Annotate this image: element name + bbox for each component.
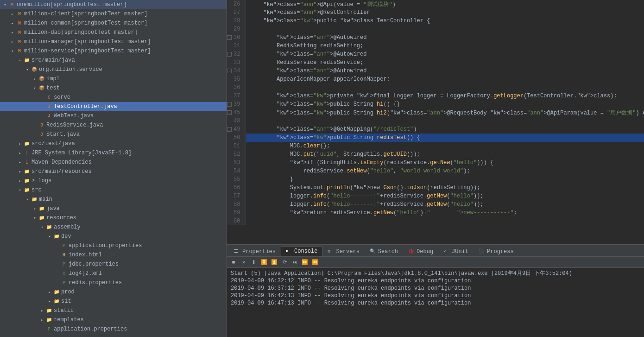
tree-item-resources[interactable]: ▾📁resources [0,213,227,223]
line-number-53: 53 [227,159,246,167]
line-content-27: "kw">class="ann">@RestController [246,8,644,17]
tree-label-src-main-java: src/main/java [32,57,75,64]
bottom-tab-debug[interactable]: 🐞Debug [403,246,438,256]
tree-item-million-client[interactable]: ▸Mmillion-client [springbootTest master] [0,9,227,19]
tree-item-main[interactable]: ▾📁main [0,195,227,204]
file-icon-TestController.java: J [45,103,53,110]
expand-icon-onemillion: ▾ [2,1,8,8]
tree-item-java[interactable]: ▸📁java [0,204,227,213]
line-number-58: 58 [227,200,246,209]
tree-label-test: test [46,85,60,91]
bottom-tab-junit[interactable]: ✓JUnit [438,246,474,256]
expand-icon-impl: ▸ [32,76,38,82]
toolbar-btn-4[interactable]: ⏫ [270,258,279,267]
tree-item-index.html[interactable]: Hindex.html [0,250,227,260]
toolbar-btn-5[interactable]: ⟳ [280,258,289,267]
line-number-55: 55 [227,175,246,184]
file-icon-jdbc.properties: P [60,261,68,268]
code-line-53: 53 "kw">if (StringUtils.isEmpty(redisSer… [227,159,644,167]
tree-item-application.properties2[interactable]: Papplication.properties [0,324,227,334]
code-editor[interactable]: 26 "kw">class="ann">@Api(value = "测试模块")… [227,0,644,244]
tree-item-test[interactable]: ▾📦test [0,83,227,93]
tree-item-onemillion[interactable]: ▾Monemillion [springbootTest master] [0,0,227,9]
file-icon-prod: 📁 [53,288,60,296]
file-icon-logs: 📁 [23,177,31,184]
line-content-49: "kw">class="ann">@GetMapping("/redisTest… [246,125,644,134]
fold-indicator-30[interactable]: - [227,35,232,40]
tree-item-RedisService.java[interactable]: JRedisService.java [0,121,227,130]
expand-icon-logs: ▸ [17,178,23,184]
tab-label-progress: Progress [487,248,514,255]
tree-item-dev[interactable]: ▾📁dev [0,232,227,241]
code-line-50: 50 "kw">class="kw">public String redisTe… [227,134,644,142]
toolbar-btn-6[interactable]: ⏭ [290,258,299,267]
expand-icon-Start.java [32,131,38,138]
tree-item-logs[interactable]: ▸📁> logs [0,176,227,185]
line-content-53: "kw">if (StringUtils.isEmpty(redisServic… [246,159,644,167]
bottom-tab-console[interactable]: ▶Console [281,246,322,256]
toolbar-btn-2[interactable]: ⏸ [249,258,259,267]
line-number-28: 28 [227,17,246,25]
toolbar-btn-1[interactable]: ✕ [239,258,248,267]
tree-item-million-manager[interactable]: ▸Mmillion-manager [springbootTest master… [0,37,227,46]
bottom-tab-properties[interactable]: ☰Properties [229,246,281,256]
tree-item-src-test-java[interactable]: ▸📁src/test/java [0,139,227,148]
tree-item-million-dao[interactable]: ▸Mmillion-dao [springbootTest master] [0,28,227,37]
line-content-32: "kw">class="ann">@Autowired [246,50,644,58]
bottom-tab-servers[interactable]: ⚙Servers [322,246,364,256]
tree-item-redis.properties[interactable]: Predis.properties [0,278,227,287]
tree-item-templates[interactable]: ▸📁templates [0,315,227,324]
code-line-26: 26 "kw">class="ann">@Api(value = "测试模块") [227,0,644,8]
toolbar-btn-0[interactable]: ■ [229,258,238,267]
tree-item-sit[interactable]: ▸📁sit [0,297,227,306]
fold-indicator-49[interactable]: - [227,127,232,132]
tree-item-src[interactable]: ▾📁src [0,185,227,195]
tree-label-million-dao: million-dao [24,29,61,36]
toolbar-btn-8[interactable]: ⏪ [310,258,320,267]
tree-item-jdbc.properties[interactable]: Pjdbc.properties [0,260,227,269]
toolbar-btn-3[interactable]: ⏬ [259,258,269,267]
tree-item-static[interactable]: ▸📁static [0,306,227,315]
code-line-31: 31 RedisSetting redisSetting; [227,42,644,50]
fold-indicator-32[interactable]: - [227,52,232,57]
code-line-27: 27 "kw">class="ann">@RestController [227,8,644,17]
tree-item-src-main-resources[interactable]: ▸📁src/main/resources [0,167,227,176]
line-number-34: -34 [227,67,246,75]
tree-item-TestController.java[interactable]: JTestController.java [0,102,227,111]
tree-item-Start.java[interactable]: JStart.java [0,130,227,139]
file-icon-impl: 📦 [38,75,45,83]
file-icon-org-million-service: 📦 [31,66,38,73]
fold-indicator-39[interactable]: - [227,102,232,107]
tree-item-million-service[interactable]: ▾Mmillion-service [springbootTest master… [0,46,227,56]
expand-icon-application.properties2 [39,326,45,332]
line-number-39: -39 [227,100,246,108]
toolbar-btn-7[interactable]: ⏩ [300,258,309,267]
code-line-36: 36 [227,83,644,92]
file-icon-onemillion: M [8,1,16,8]
fold-indicator-34[interactable]: - [227,69,232,73]
fold-indicator-45[interactable]: - [227,110,232,115]
tree-item-million-common[interactable]: ▸Mmillion-common [springbootTest master] [0,19,227,28]
file-icon-million-client: M [16,10,23,18]
code-line-45: -45 "kw">class="kw">public String hi2("k… [227,108,644,117]
line-content-59: "kw">return redisService.getNew("hello")… [246,209,644,217]
tree-item-jre-system-library[interactable]: ▸LJRE System Library [JavaSE-1.8] [0,148,227,158]
tree-item-prod[interactable]: ▸📁prod [0,287,227,297]
file-icon-jre-system-library: L [23,149,31,157]
bottom-tab-search[interactable]: 🔍Search [365,246,403,256]
expand-icon-src: ▾ [17,187,23,193]
tree-item-maven-dependencies[interactable]: ▸LMaven Dependencies [0,158,227,167]
tree-item-serve[interactable]: Cserve [0,93,227,102]
tree-item-org-million-service[interactable]: ▾📦org.million.service [0,65,227,74]
tree-item-assembly[interactable]: ▾📁assembly [0,223,227,232]
tree-item-application.properties1[interactable]: Papplication.properties [0,241,227,250]
tree-item-src-main-java[interactable]: ▾📁src/main/java [0,56,227,65]
bottom-tab-progress[interactable]: ⬛Progress [474,246,519,256]
tree-item-WebTest.java[interactable]: JWebTest.java [0,111,227,121]
expand-icon-src-test-java: ▸ [17,140,23,147]
tree-item-impl[interactable]: ▸📦impl [0,74,227,83]
tab-label-search: Search [378,248,398,255]
tree-label-million-common: million-common [24,20,71,26]
tree-label-application.properties2: application.properties [54,326,127,332]
tree-item-log4j2.xml[interactable]: Xlog4j2.xml [0,269,227,278]
